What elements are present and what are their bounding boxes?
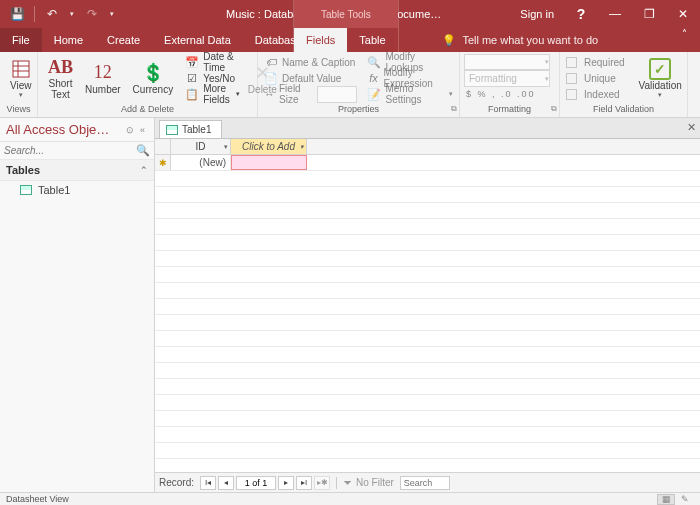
add-delete-group-label: Add & Delete: [38, 104, 257, 117]
design-view-button[interactable]: ✎: [676, 494, 694, 505]
next-record-button[interactable]: ▸: [278, 476, 294, 490]
undo-dropdown-icon[interactable]: ▾: [67, 3, 77, 25]
required-checkbox[interactable]: Required: [564, 54, 627, 70]
sign-in-button[interactable]: Sign in: [510, 0, 564, 28]
currency-button[interactable]: 💲 Currency: [127, 54, 180, 102]
column-dropdown-icon[interactable]: ▾: [300, 143, 304, 151]
field-size-input[interactable]: [317, 86, 357, 103]
field-validation-group-label: Field Validation: [560, 104, 687, 117]
properties-group-label: Properties⧉: [258, 104, 459, 117]
views-group-label: Views: [0, 104, 37, 117]
qat-customize-icon[interactable]: ▾: [107, 3, 117, 25]
nav-title[interactable]: All Access Obje…: [6, 122, 123, 137]
table-icon: [20, 185, 32, 195]
tab-file[interactable]: File: [0, 28, 42, 52]
tell-me-label: Tell me what you want to do: [462, 34, 598, 46]
name-caption-button[interactable]: 🏷Name & Caption: [262, 54, 359, 70]
column-dropdown-icon[interactable]: ▾: [224, 143, 228, 151]
first-record-button[interactable]: I◂: [200, 476, 216, 490]
last-record-button[interactable]: ▸I: [296, 476, 312, 490]
new-record-button[interactable]: ▸✱: [314, 476, 330, 490]
bulb-icon: 💡: [442, 34, 456, 47]
tag-icon: 🏷: [264, 56, 278, 68]
status-view-label: Datasheet View: [6, 494, 656, 504]
prev-record-button[interactable]: ◂: [218, 476, 234, 490]
properties-launcher-icon[interactable]: ⧉: [451, 104, 457, 114]
column-header-add[interactable]: Click to Add▾: [231, 139, 307, 154]
more-fields-icon: 📋: [185, 88, 199, 101]
data-type-select[interactable]: ▾: [464, 54, 550, 70]
nav-search-input[interactable]: [4, 145, 136, 156]
search-icon[interactable]: 🔍: [136, 144, 150, 157]
close-button[interactable]: ✕: [666, 0, 700, 28]
ribbon-collapse-icon[interactable]: ˄: [674, 28, 694, 39]
format-select[interactable]: Formatting▾: [464, 70, 550, 86]
collapse-group-icon[interactable]: ⌃: [140, 165, 148, 175]
datasheet-area: Table1 ✕ ID▾ Click to Add▾ ✱ (New) Recor…: [155, 118, 700, 492]
cell-id-new[interactable]: (New): [171, 155, 231, 170]
table-row: ✱ (New): [155, 155, 700, 171]
window-controls: Sign in ? — ❐ ✕: [510, 0, 700, 28]
datasheet-view-button[interactable]: ▦: [657, 494, 675, 505]
indexed-checkbox[interactable]: Indexed: [564, 86, 627, 102]
document-tabs: Table1 ✕: [155, 118, 700, 138]
tab-external-data[interactable]: External Data: [152, 28, 243, 52]
svg-rect-0: [13, 61, 29, 77]
record-navigator: Record: I◂ ◂ ▸ ▸I ▸✱ ⏷No Filter: [155, 472, 700, 492]
filter-indicator[interactable]: ⏷No Filter: [343, 477, 394, 488]
doc-tab-table1[interactable]: Table1: [159, 120, 222, 138]
nav-item-table1[interactable]: Table1: [0, 181, 154, 199]
table-icon: [166, 125, 178, 135]
unique-checkbox[interactable]: Unique: [564, 70, 627, 86]
value-icon: 📄: [264, 72, 278, 85]
short-text-button[interactable]: AB Short Text: [42, 54, 79, 102]
fx-icon: fx: [367, 72, 379, 84]
redo-icon[interactable]: ↷: [81, 3, 103, 25]
navigation-pane: All Access Obje… ⊙ « 🔍 Tables ⌃ Table1: [0, 118, 155, 492]
view-button[interactable]: View ▾: [4, 54, 38, 102]
formatting-group-label: Formatting⧉: [460, 104, 559, 117]
number-icon: 12: [94, 62, 112, 84]
nav-group-tables[interactable]: Tables ⌃: [0, 159, 154, 181]
short-text-icon: AB: [48, 56, 73, 78]
tab-table[interactable]: Table: [347, 28, 397, 52]
memo-settings-button[interactable]: 📝Memo Settings▾: [365, 86, 455, 102]
datasheet-grid: ID▾ Click to Add▾ ✱ (New): [155, 138, 700, 472]
more-fields-button[interactable]: 📋More Fields▾: [183, 86, 242, 102]
tab-home[interactable]: Home: [42, 28, 95, 52]
date-time-button[interactable]: 📅Date & Time: [183, 54, 242, 70]
nav-collapse-icon[interactable]: «: [137, 125, 148, 135]
datasheet-view-icon: [12, 58, 30, 80]
currency-icon: 💲: [142, 62, 164, 84]
save-icon[interactable]: 💾: [6, 3, 28, 25]
record-search-input[interactable]: [400, 476, 450, 490]
quick-access-toolbar: 💾 ↶ ▾ ↷ ▾: [0, 3, 117, 25]
formatting-launcher-icon[interactable]: ⧉: [551, 104, 557, 114]
ribbon-tab-strip: File Home Create External Data Database …: [0, 28, 700, 52]
number-button[interactable]: 12 Number: [79, 54, 127, 102]
restore-button[interactable]: ❐: [632, 0, 666, 28]
lookup-icon: 🔍: [367, 56, 381, 69]
validation-button[interactable]: ✓ Validation ▾: [633, 54, 688, 102]
cell-add-new[interactable]: [231, 155, 307, 170]
calendar-icon: 📅: [185, 56, 199, 69]
row-selector-new[interactable]: ✱: [155, 155, 171, 170]
select-all-cell[interactable]: [155, 139, 171, 154]
tab-create[interactable]: Create: [95, 28, 152, 52]
tell-me-search[interactable]: 💡 Tell me what you want to do: [442, 28, 598, 52]
minimize-button[interactable]: —: [598, 0, 632, 28]
nav-dropdown-icon[interactable]: ⊙: [123, 125, 137, 135]
number-format-buttons[interactable]: $ % , .0 .00: [464, 87, 555, 102]
status-bar: Datasheet View ▦ ✎: [0, 492, 700, 505]
default-value-button[interactable]: 📄Default Value: [262, 70, 359, 86]
column-header-id[interactable]: ID▾: [171, 139, 231, 154]
help-icon[interactable]: ?: [564, 0, 598, 28]
body: All Access Obje… ⊙ « 🔍 Tables ⌃ Table1 T…: [0, 118, 700, 492]
record-position-input[interactable]: [236, 476, 276, 490]
ribbon: View ▾ Views AB Short Text 12 Number 💲 C…: [0, 52, 700, 118]
undo-icon[interactable]: ↶: [41, 3, 63, 25]
tab-fields[interactable]: Fields: [294, 28, 347, 52]
contextual-label: Table Tools: [294, 0, 398, 28]
record-label: Record:: [159, 477, 194, 488]
close-tab-icon[interactable]: ✕: [687, 121, 696, 134]
